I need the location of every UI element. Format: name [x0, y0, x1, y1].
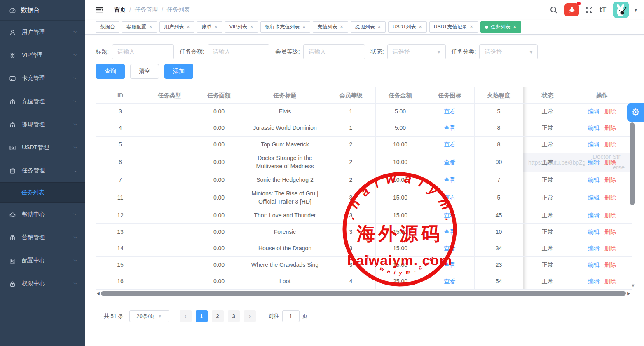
sidebar-subitem-任务列表[interactable]: 任务列表: [0, 183, 85, 202]
avatar-dropdown-caret[interactable]: ▼: [633, 7, 638, 13]
sidebar-item-dashboard[interactable]: 数据台: [0, 0, 85, 21]
edit-link[interactable]: 编辑: [588, 261, 600, 269]
tab-8[interactable]: USDT列表✕: [388, 21, 427, 33]
view-link[interactable]: 查看: [444, 228, 456, 236]
edit-link[interactable]: 编辑: [588, 277, 600, 285]
view-link[interactable]: 查看: [444, 244, 456, 252]
delete-link[interactable]: 删除: [604, 211, 616, 219]
font-size-icon[interactable]: tT: [600, 6, 606, 14]
delete-link[interactable]: 删除: [604, 261, 616, 269]
delete-link[interactable]: 删除: [604, 158, 616, 166]
delete-link[interactable]: 删除: [604, 140, 616, 148]
sidebar-item-7[interactable]: 帮助中心﹀: [0, 203, 85, 226]
tab-5[interactable]: 银行卡充值列表✕: [260, 21, 310, 33]
vertical-scrollbar[interactable]: [630, 104, 635, 288]
view-link[interactable]: 查看: [444, 107, 456, 115]
delete-link[interactable]: 删除: [604, 277, 616, 285]
tab-7[interactable]: 提现列表✕: [351, 21, 386, 33]
view-link[interactable]: 查看: [444, 193, 456, 202]
view-link[interactable]: 查看: [444, 277, 456, 285]
edit-link[interactable]: 编辑: [588, 176, 600, 184]
close-tab-icon[interactable]: ✕: [149, 24, 152, 30]
tab-3[interactable]: 账单✕: [197, 21, 222, 33]
close-tab-icon[interactable]: ✕: [377, 24, 381, 30]
view-link[interactable]: 查看: [444, 140, 456, 148]
tab-6[interactable]: 充值列表✕: [313, 21, 348, 33]
edit-link[interactable]: 编辑: [588, 244, 600, 252]
sidebar-item-2[interactable]: 卡充管理﹀: [0, 67, 85, 90]
vscroll-down-arrow[interactable]: ▼: [631, 283, 635, 288]
view-link[interactable]: 查看: [444, 211, 456, 219]
sidebar-item-4[interactable]: 提现管理﹀: [0, 113, 85, 136]
tab-4[interactable]: VIP列表✕: [225, 21, 258, 33]
page-size-select[interactable]: 20条/页 ▼: [129, 310, 169, 322]
delete-link[interactable]: 删除: [604, 124, 616, 132]
horizontal-scrollbar[interactable]: ◀ ▶: [96, 291, 630, 296]
category-filter-select[interactable]: 请选择▼: [479, 44, 538, 59]
cell-type: [145, 137, 194, 153]
title-filter-input[interactable]: 请输入: [112, 44, 174, 59]
search-button[interactable]: 查询: [96, 64, 125, 79]
sidebar-item-10[interactable]: 权限中心﹀: [0, 272, 85, 295]
edit-link[interactable]: 编辑: [588, 140, 600, 148]
level-filter-input[interactable]: 请输入: [303, 44, 365, 59]
tab-0[interactable]: 数据台: [96, 21, 119, 33]
amount-filter-input[interactable]: 请输入: [208, 44, 269, 59]
sidebar-item-9[interactable]: 配置中心﹀: [0, 249, 85, 272]
status-filter-select[interactable]: 请选择▼: [387, 44, 446, 59]
hscroll-right-arrow[interactable]: ▶: [627, 291, 630, 296]
sidebar-item-0[interactable]: 用户管理﹀: [0, 21, 85, 44]
tab-10[interactable]: 任务列表✕: [480, 21, 521, 33]
delete-link[interactable]: 删除: [604, 193, 616, 202]
edit-link[interactable]: 编辑: [588, 158, 600, 166]
tab-1[interactable]: 客服配置✕: [122, 21, 157, 33]
collapse-sidebar-button[interactable]: [95, 6, 103, 14]
cell-level: 1: [326, 120, 376, 137]
tab-2[interactable]: 用户列表✕: [159, 21, 194, 33]
avatar[interactable]: [613, 2, 629, 18]
close-tab-icon[interactable]: ✕: [302, 24, 306, 30]
sidebar-item-5[interactable]: USDT管理﹀: [0, 136, 85, 159]
view-link[interactable]: 查看: [444, 176, 456, 184]
view-link[interactable]: 查看: [444, 158, 456, 166]
vscroll-thumb[interactable]: [630, 122, 635, 205]
close-tab-icon[interactable]: ✕: [513, 24, 517, 30]
delete-link[interactable]: 删除: [604, 244, 616, 252]
page-button-2[interactable]: 2: [212, 310, 224, 322]
breadcrumb-home[interactable]: 首页: [114, 6, 126, 14]
clear-button[interactable]: 清空: [130, 64, 159, 79]
page-button-1[interactable]: 1: [196, 310, 208, 322]
view-link[interactable]: 查看: [444, 124, 456, 132]
hscroll-left-arrow[interactable]: ◀: [96, 291, 100, 296]
sidebar-item-6[interactable]: 任务管理︿: [0, 159, 85, 182]
add-button[interactable]: 添加: [164, 64, 193, 79]
fullscreen-icon[interactable]: [585, 6, 593, 14]
sidebar-item-3[interactable]: 充值管理﹀: [0, 90, 85, 113]
close-tab-icon[interactable]: ✕: [186, 24, 190, 30]
next-page-button[interactable]: ›: [244, 310, 256, 322]
goto-page-input[interactable]: 1: [282, 310, 300, 322]
close-tab-icon[interactable]: ✕: [214, 24, 218, 30]
edit-link[interactable]: 编辑: [588, 211, 600, 219]
search-icon[interactable]: [550, 6, 558, 14]
hscroll-thumb[interactable]: [101, 291, 626, 296]
close-tab-icon[interactable]: ✕: [250, 24, 253, 30]
page-button-3[interactable]: 3: [228, 310, 240, 322]
sidebar-item-8[interactable]: 营销管理﹀: [0, 226, 85, 249]
error-log-button[interactable]: [564, 3, 579, 16]
delete-link[interactable]: 删除: [604, 107, 616, 115]
edit-link[interactable]: 编辑: [588, 107, 600, 115]
close-tab-icon[interactable]: ✕: [469, 24, 473, 30]
delete-link[interactable]: 删除: [604, 228, 616, 236]
prev-page-button[interactable]: ‹: [180, 310, 192, 322]
settings-gear-button[interactable]: ⚙: [627, 103, 644, 122]
view-link[interactable]: 查看: [444, 261, 456, 269]
edit-link[interactable]: 编辑: [588, 193, 600, 202]
edit-link[interactable]: 编辑: [588, 124, 600, 132]
close-tab-icon[interactable]: ✕: [340, 24, 343, 30]
edit-link[interactable]: 编辑: [588, 228, 600, 236]
sidebar-item-1[interactable]: 1VIP管理﹀: [0, 44, 85, 67]
delete-link[interactable]: 删除: [604, 176, 616, 184]
close-tab-icon[interactable]: ✕: [419, 24, 422, 30]
tab-9[interactable]: USDT充值记录✕: [429, 21, 478, 33]
